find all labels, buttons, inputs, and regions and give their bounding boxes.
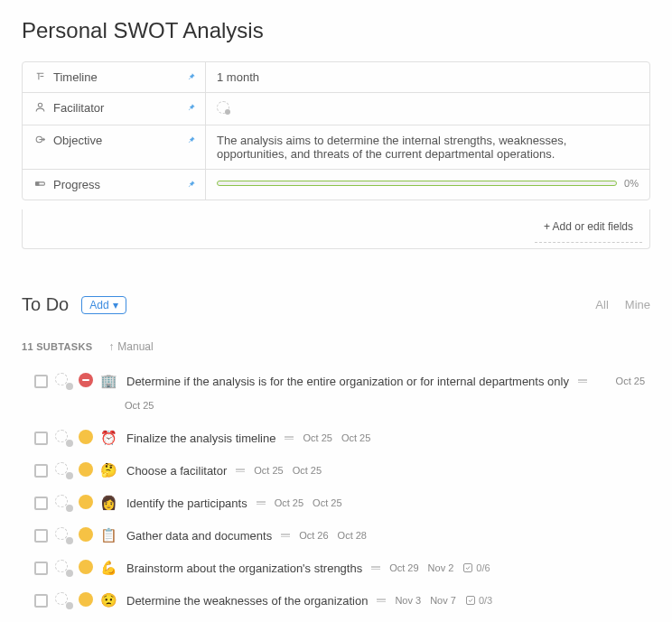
- pin-icon[interactable]: [187, 179, 196, 191]
- priority-low-icon[interactable]: [79, 560, 93, 574]
- date-chip[interactable]: Oct 25: [275, 497, 303, 508]
- assignee-empty-icon[interactable]: [55, 592, 71, 608]
- task-checkbox[interactable]: [34, 594, 48, 608]
- task-title[interactable]: Choose a facilitator: [126, 464, 227, 478]
- add-button[interactable]: Add ▾: [81, 296, 126, 314]
- assignee-empty-icon[interactable]: [55, 527, 71, 543]
- field-value-timeline[interactable]: 1 month: [206, 62, 649, 92]
- section-title: To Do: [22, 294, 69, 315]
- sort-manual[interactable]: ↑ Manual: [108, 340, 153, 353]
- person-icon: [33, 101, 46, 113]
- field-value-objective[interactable]: The analysis aims to determine the inter…: [206, 125, 649, 169]
- task-body: 💪Brainstorm about the organization's str…: [100, 560, 650, 576]
- field-row-facilitator[interactable]: Facilitator: [23, 93, 649, 125]
- fields-table: Timeline 1 month Facilitator: [22, 61, 650, 200]
- filter-all[interactable]: All: [595, 298, 608, 311]
- date-chip[interactable]: Oct 25: [313, 497, 341, 508]
- task-body: ⏰Finalize the analysis timelineOct 25Oct…: [100, 430, 650, 446]
- subtask-meta: 11 SUBTASKS ↑ Manual: [22, 340, 650, 353]
- task-body: 🤔Choose a facilitatorOct 25Oct 25: [100, 462, 650, 478]
- empty-assignee-icon[interactable]: [217, 101, 229, 114]
- task-emoji: 🏢: [100, 373, 117, 389]
- field-row-objective[interactable]: Objective The analysis aims to determine…: [23, 125, 649, 170]
- date-chip[interactable]: Nov 7: [430, 595, 456, 606]
- checklist-chip[interactable]: 0/3: [465, 595, 492, 606]
- sort-label: Manual: [117, 340, 153, 353]
- date-chip[interactable]: Nov 2: [428, 562, 454, 573]
- task-checkbox[interactable]: [34, 375, 48, 388]
- field-row-progress[interactable]: Progress 0%: [23, 170, 649, 200]
- task-title[interactable]: Brainstorm about the organization's stre…: [126, 562, 362, 575]
- task-row[interactable]: 👩Identify the participantsOct 25Oct 25: [34, 491, 650, 515]
- task-row[interactable]: ⏰Finalize the analysis timelineOct 25Oct…: [34, 426, 650, 450]
- task-checkbox[interactable]: [34, 562, 48, 575]
- date-chip[interactable]: Oct 25: [303, 432, 331, 443]
- task-row[interactable]: 💪Brainstorm about the organization's str…: [34, 556, 650, 580]
- date-chip[interactable]: Nov 3: [395, 595, 421, 606]
- priority-low-icon[interactable]: [79, 430, 93, 444]
- field-label-objective: Objective: [23, 125, 206, 169]
- task-title[interactable]: Gather data and documents: [126, 529, 272, 543]
- pin-icon[interactable]: [187, 102, 196, 115]
- task-checkbox[interactable]: [34, 497, 48, 510]
- task-row[interactable]: 📋Gather data and documentsOct 26Oct 28: [34, 524, 650, 547]
- description-icon: [578, 379, 587, 383]
- assignee-empty-icon[interactable]: [55, 373, 71, 389]
- task-checkbox[interactable]: [34, 464, 48, 478]
- description-icon: [285, 436, 294, 440]
- task-checkbox[interactable]: [34, 432, 48, 445]
- priority-low-icon[interactable]: [79, 592, 93, 607]
- todo-section-header: To Do Add ▾ All Mine: [22, 294, 650, 315]
- checklist-chip[interactable]: 0/6: [462, 562, 490, 573]
- assignee-empty-icon[interactable]: [55, 495, 71, 511]
- task-title[interactable]: Determine the weaknesses of the organiza…: [126, 594, 368, 608]
- task-title[interactable]: Determine if the analysis is for the ent…: [126, 375, 569, 388]
- svg-rect-3: [35, 182, 38, 185]
- field-value-facilitator[interactable]: [206, 93, 649, 125]
- task-emoji: ⏰: [100, 430, 117, 446]
- add-fields-row: + Add or edit fields: [22, 209, 650, 249]
- date-chip[interactable]: Oct 26: [299, 530, 328, 541]
- pin-icon[interactable]: [187, 135, 196, 147]
- description-icon: [371, 566, 380, 570]
- task-row[interactable]: 😟Determine the weaknesses of the organiz…: [34, 589, 650, 612]
- date-chip[interactable]: Oct 25: [254, 465, 283, 476]
- page-title: Personal SWOT Analysis: [22, 18, 650, 43]
- task-row[interactable]: 🏢Determine if the analysis is for the en…: [34, 369, 650, 393]
- task-emoji: 👩: [100, 495, 117, 511]
- priority-high-icon[interactable]: [79, 373, 93, 387]
- assignee-empty-icon[interactable]: [55, 430, 71, 446]
- label-text: Progress: [53, 178, 100, 191]
- pin-icon[interactable]: [187, 71, 196, 84]
- svg-rect-4: [464, 564, 472, 572]
- priority-low-icon[interactable]: [79, 495, 93, 509]
- field-label-facilitator: Facilitator: [23, 93, 206, 125]
- filter-mine[interactable]: Mine: [625, 298, 650, 311]
- progress-bar: [217, 181, 617, 186]
- field-value-progress[interactable]: 0%: [206, 170, 649, 200]
- task-body: 🏢Determine if the analysis is for the en…: [100, 373, 650, 389]
- date-chip[interactable]: Oct 25: [125, 400, 154, 411]
- task-checkbox[interactable]: [34, 529, 48, 543]
- priority-low-icon[interactable]: [79, 527, 93, 542]
- task-row[interactable]: 🤔Choose a facilitatorOct 25Oct 25: [34, 459, 650, 482]
- task-body: 👩Identify the participantsOct 25Oct 25: [100, 495, 650, 511]
- chevron-down-icon: ▾: [113, 299, 118, 311]
- date-chip[interactable]: Oct 25: [341, 432, 370, 443]
- description-icon: [236, 469, 245, 472]
- assignee-empty-icon[interactable]: [55, 462, 71, 478]
- priority-low-icon[interactable]: [79, 462, 93, 477]
- description-icon: [281, 534, 290, 537]
- add-edit-fields-link[interactable]: + Add or edit fields: [535, 215, 642, 243]
- date-chip[interactable]: Oct 29: [389, 562, 418, 573]
- date-chip[interactable]: Oct 28: [338, 530, 367, 541]
- date-right[interactable]: Oct 25: [616, 376, 650, 386]
- date-chip[interactable]: Oct 25: [293, 465, 322, 476]
- filters: All Mine: [595, 298, 650, 311]
- task-title[interactable]: Identify the participants: [126, 497, 247, 510]
- task-emoji: 😟: [100, 592, 117, 608]
- field-row-timeline[interactable]: Timeline 1 month: [23, 62, 649, 93]
- label-text: Objective: [53, 134, 102, 147]
- assignee-empty-icon[interactable]: [55, 560, 71, 576]
- task-title[interactable]: Finalize the analysis timeline: [126, 432, 275, 445]
